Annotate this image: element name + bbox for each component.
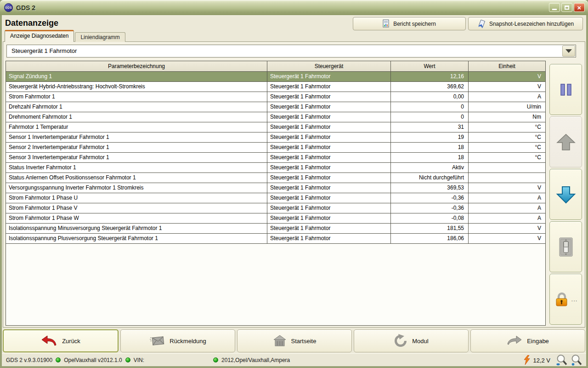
add-snapshot-label: Snapshot-Lesezeichen hinzufügen (489, 21, 574, 27)
controller-cell: Steuergerät 1 Fahrmotor (267, 82, 391, 92)
unit-cell: V (469, 224, 545, 233)
controller-cell: Steuergerät 1 Fahrmotor (267, 153, 391, 162)
table-row[interactable]: Sensor 1 Invertertemperatur Fahrmotor 1 … (6, 132, 545, 143)
scroll-up-button[interactable] (549, 116, 582, 167)
controller-cell: Steuergerät 1 Fahrmotor (267, 183, 391, 193)
value-cell: 186,06 (391, 234, 469, 243)
controller-cell: Steuergerät 1 Fahrmotor (267, 92, 391, 102)
table-row[interactable]: Isolationsspannung Plusversorgung Steuer… (6, 234, 545, 244)
table-row[interactable]: Sensor 2 Invertertemperatur Fahrmotor 1 … (6, 143, 545, 153)
main-panel: Datenanzeige Bericht speichern (2, 15, 586, 366)
input-label: Eingabe (527, 338, 549, 345)
table-row[interactable]: Status Inverter Fahrmotor 1 Steuergerät … (6, 163, 545, 173)
unit-cell: A (469, 193, 545, 203)
status-ok-icon (213, 357, 218, 362)
parameter-cell: Drehmoment Fahrmotor 1 (6, 112, 267, 122)
unit-cell: °C (469, 143, 545, 152)
value-cell: 181,55 (391, 224, 469, 233)
add-snapshot-bookmark-button[interactable]: Snapshot-Lesezeichen hinzufügen (468, 17, 583, 30)
gds-logo-icon: GDS (4, 3, 13, 12)
controller-cell: Steuergerät 1 Fahrmotor (267, 224, 391, 233)
parameter-cell: Isolationsspannung Minusversorgung Steue… (6, 224, 267, 233)
bottom-navigation: Zurück Rückmeldung (3, 329, 585, 352)
controller-select[interactable]: Steuergerät 1 Fahrmotor (6, 45, 576, 58)
controller-cell: Steuergerät 1 Fahrmotor (267, 102, 391, 112)
controller-cell: Steuergerät 1 Fahrmotor (267, 203, 391, 213)
table-row[interactable]: Strom Fahrmotor 1 Steuergerät 1 Fahrmoto… (6, 92, 545, 102)
zoom-in-magnifier-icon[interactable] (571, 354, 582, 367)
controller-cell: Steuergerät 1 Fahrmotor (267, 193, 391, 203)
save-report-label: Bericht speichern (393, 21, 436, 27)
value-cell: Aktiv (391, 163, 469, 172)
table-row[interactable]: Signal Zündung 1 Steuergerät 1 Fahrmotor… (6, 72, 545, 82)
controller-cell: Steuergerät 1 Fahrmotor (267, 132, 391, 142)
battery-lightning-icon (524, 355, 530, 365)
scroll-down-button[interactable] (549, 169, 582, 220)
dropdown-button[interactable] (562, 46, 575, 57)
snapshot-bookmark-icon (477, 20, 486, 28)
table-row[interactable]: Isolationsspannung Minusversorgung Steue… (6, 224, 545, 234)
home-icon (273, 335, 287, 347)
module-button[interactable]: Modul (354, 329, 469, 352)
vehicle-label: 2012,Opel/Vauxhall,Ampera (221, 357, 290, 363)
value-cell: 31 (391, 122, 469, 132)
controller-cell: Steuergerät 1 Fahrmotor (267, 163, 391, 172)
minimize-icon (552, 9, 557, 10)
table-row[interactable]: Drehmoment Fahrmotor 1 Steuergerät 1 Fah… (6, 112, 545, 122)
table-body: Signal Zündung 1 Steuergerät 1 Fahrmotor… (6, 72, 545, 244)
table-row[interactable]: Steuergerät Hybrid-Antriebsstrang: Hochv… (6, 82, 545, 92)
value-cell: 0 (391, 112, 469, 122)
column-header-parameter[interactable]: Parameterbezeichnung (6, 61, 267, 71)
table-row[interactable]: Strom Fahrmotor 1 Phase U Steuergerät 1 … (6, 193, 545, 203)
table-row[interactable]: Drehzahl Fahrmotor 1 Steuergerät 1 Fahrm… (6, 102, 545, 112)
tab-anzeige-diagnosedaten[interactable]: Anzeige Diagnosedaten (5, 30, 74, 42)
parameter-cell: Sensor 2 Invertertemperatur Fahrmotor 1 (6, 143, 267, 152)
table-row[interactable]: Strom Fahrmotor 1 Phase V Steuergerät 1 … (6, 203, 545, 213)
title-bar: GDS GDS 2 × (0, 0, 588, 15)
zoom-out-magnifier-icon[interactable] (556, 354, 568, 367)
parameter-cell: Strom Fahrmotor 1 Phase U (6, 193, 267, 203)
column-header-controller[interactable]: Steuergerät (267, 61, 391, 71)
pause-button[interactable] (549, 64, 582, 115)
home-button[interactable]: Startseite (237, 329, 352, 352)
unit-cell: °C (469, 153, 545, 162)
table-row[interactable]: Fahrmotor 1 Temperatur Steuergerät 1 Fah… (6, 122, 545, 132)
table-row[interactable]: Versorgungsspannung Inverter Fahrmotor 1… (6, 183, 545, 193)
page-title: Datenanzeige (5, 18, 58, 28)
status-bar: GDS 2 v.9.3.01900 OpelVauxhall v2012.1.0… (2, 353, 586, 366)
feedback-button[interactable]: Rückmeldung (120, 329, 235, 352)
tab-liniendiagramm[interactable]: Liniendiagramm (75, 32, 125, 42)
app-version-label: GDS 2 v.9.3.01900 (6, 357, 52, 363)
controller-cell: Steuergerät 1 Fahrmotor (267, 72, 391, 81)
app-window: GDS GDS 2 × Datenanzeige Bericht speiche… (0, 0, 588, 368)
parameter-cell: Strom Fahrmotor 1 (6, 92, 267, 102)
table-row[interactable]: Sensor 3 Invertertemperatur Fahrmotor 1 … (6, 153, 545, 163)
table-row[interactable]: Status Anlernen Offset Positionssensor F… (6, 173, 545, 183)
unit-cell: V (469, 234, 545, 243)
envelope-icon (149, 335, 165, 346)
parameter-cell: Drehzahl Fahrmotor 1 (6, 102, 267, 112)
switch-icon (559, 237, 573, 257)
input-button[interactable]: Eingabe (470, 329, 585, 352)
controller-cell: Steuergerät 1 Fahrmotor (267, 112, 391, 122)
minimize-button[interactable] (549, 3, 560, 12)
maximize-button[interactable] (561, 3, 572, 12)
back-button[interactable]: Zurück (3, 329, 119, 352)
column-header-value[interactable]: Wert (391, 61, 469, 71)
value-cell: 18 (391, 143, 469, 152)
save-report-button[interactable]: Bericht speichern (353, 17, 466, 30)
value-cell: 0 (391, 102, 469, 112)
unit-cell (469, 163, 545, 172)
close-button[interactable]: × (574, 3, 585, 12)
controller-select-value: Steuergerät 1 Fahrmotor (7, 45, 576, 57)
output-control-button[interactable] (549, 221, 582, 272)
table-header: Parameterbezeichnung Steuergerät Wert Ei… (6, 61, 545, 72)
parameter-cell: Status Inverter Fahrmotor 1 (6, 163, 267, 172)
parameter-cell: Strom Fahrmotor 1 Phase W (6, 213, 267, 223)
table-row[interactable]: Strom Fahrmotor 1 Phase W Steuergerät 1 … (6, 213, 545, 224)
vin-label: VIN: (134, 357, 144, 363)
column-header-unit[interactable]: Einheit (469, 61, 545, 71)
battery-voltage: 12,2 V (533, 357, 550, 364)
lock-button[interactable]: ... (549, 274, 582, 325)
maximize-icon (565, 6, 569, 10)
